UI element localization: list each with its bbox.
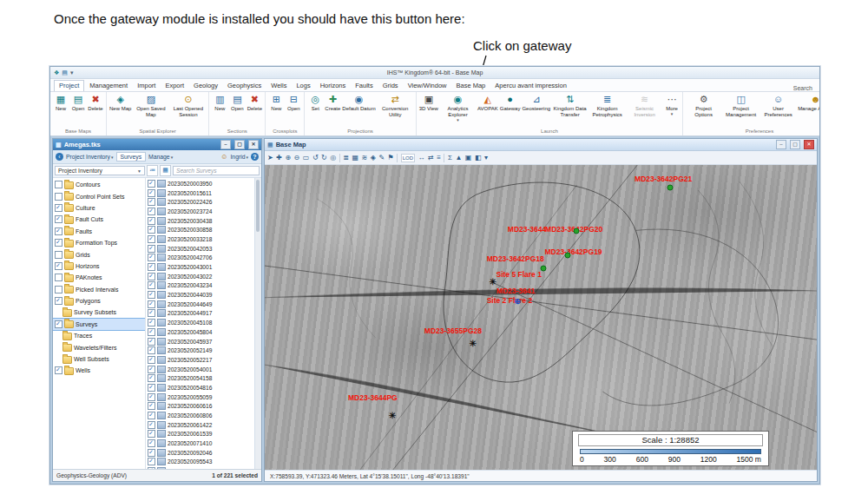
- checkbox[interactable]: [55, 286, 62, 293]
- tab-base-map[interactable]: Base Map: [452, 81, 490, 91]
- snapshot-icon[interactable]: ▣: [465, 152, 472, 163]
- checkbox[interactable]: [55, 204, 62, 212]
- panel-minimize-button[interactable]: –: [220, 140, 231, 149]
- zoom-in-icon[interactable]: ⊕: [285, 152, 291, 163]
- new-button[interactable]: ⊞New: [267, 93, 285, 128]
- checkbox[interactable]: [55, 181, 62, 188]
- survey-row[interactable]: 20230520043022: [146, 272, 254, 281]
- tree-item-survey-subsets[interactable]: Survey Subsets: [53, 307, 145, 318]
- checkbox[interactable]: [148, 402, 155, 410]
- checkbox[interactable]: [55, 366, 62, 374]
- zoom-window-icon[interactable]: ▭: [303, 152, 310, 163]
- layers-icon[interactable]: ≣: [343, 152, 349, 163]
- checkbox[interactable]: [55, 262, 62, 270]
- profile-icon[interactable]: Σ: [448, 152, 452, 163]
- inventory-dropdown[interactable]: Project Inventory ▼: [55, 166, 145, 175]
- flag-icon[interactable]: ⚑: [388, 152, 394, 163]
- open-button[interactable]: ▤Open: [228, 93, 246, 128]
- seismic-inversion-button[interactable]: ≋Seismic Inversion: [626, 93, 663, 128]
- checkbox[interactable]: [148, 180, 155, 188]
- checkbox[interactable]: [148, 374, 155, 382]
- checkbox[interactable]: [148, 189, 155, 197]
- tab-logs[interactable]: Logs: [292, 81, 314, 91]
- overlay-icon[interactable]: ◧: [475, 152, 482, 163]
- north-arrow-icon[interactable]: ▲: [455, 152, 462, 163]
- survey-row[interactable]: 20230520054001: [146, 365, 254, 374]
- checkbox[interactable]: [148, 356, 155, 364]
- panel-close-button[interactable]: ✕: [248, 140, 259, 149]
- qat-menu-icon[interactable]: ▾: [70, 67, 74, 78]
- last-opened-session-button[interactable]: ⊙Last Opened Session: [169, 93, 207, 128]
- symbols-icon[interactable]: ◈: [371, 152, 376, 163]
- survey-row[interactable]: 20230520045804: [146, 327, 254, 337]
- manage-menu[interactable]: Manage ▾: [148, 154, 173, 160]
- new-map-button[interactable]: ◈New Map: [108, 93, 132, 128]
- checkbox[interactable]: [148, 281, 155, 289]
- select-arrow-icon[interactable]: ➤: [267, 152, 273, 163]
- contours-icon[interactable]: ≋: [362, 152, 368, 163]
- inventory-menu[interactable]: Project Inventory ▾: [66, 154, 114, 160]
- checkbox[interactable]: [148, 338, 155, 346]
- checkbox[interactable]: [148, 412, 155, 419]
- tree-item-control-point-sets[interactable]: Control Point Sets: [53, 190, 145, 201]
- tree-item-wells[interactable]: Wells: [53, 365, 145, 376]
- survey-row[interactable]: 20230520052217: [146, 355, 254, 365]
- survey-list-scrollbar[interactable]: [254, 178, 261, 469]
- tab-horizons[interactable]: Horizons: [316, 81, 351, 91]
- map-minimize-button[interactable]: –: [776, 140, 786, 149]
- checkbox[interactable]: [148, 458, 155, 465]
- checkbox[interactable]: [148, 393, 155, 401]
- tab-faults[interactable]: Faults: [351, 81, 377, 91]
- checkbox[interactable]: [148, 217, 155, 225]
- survey-row[interactable]: 20230520042706: [146, 254, 254, 263]
- tab-grids[interactable]: Grids: [378, 81, 403, 91]
- checkbox[interactable]: [148, 309, 155, 317]
- checkbox[interactable]: [55, 274, 62, 281]
- checkbox[interactable]: [148, 319, 155, 326]
- survey-row[interactable]: 20230520060806: [146, 411, 254, 420]
- checkbox[interactable]: [148, 430, 155, 438]
- survey-row[interactable]: 20230520055059: [146, 392, 254, 402]
- survey-row[interactable]: 20230520030438: [146, 216, 254, 226]
- map-canvas[interactable]: Scale : 1:28852 030060090012001500 m MD2…: [265, 165, 817, 470]
- survey-row[interactable]: 20230520042053: [146, 244, 254, 254]
- survey-row[interactable]: 20230520061539: [146, 430, 254, 439]
- filter-button[interactable]: ▦: [160, 165, 171, 176]
- tree-item-faults[interactable]: Faults: [53, 226, 145, 237]
- tree-item-formation-tops[interactable]: Formation Tops: [53, 237, 145, 248]
- tab-wells[interactable]: Wells: [266, 81, 291, 91]
- 3d-view-button[interactable]: ▣3D View: [418, 93, 439, 128]
- map-close-button[interactable]: ✕: [804, 140, 814, 149]
- open-button[interactable]: ▤Open: [69, 93, 87, 128]
- tab-import[interactable]: Import: [133, 81, 160, 91]
- checkbox[interactable]: [148, 467, 155, 469]
- avopak-button[interactable]: ◭AVOPAK: [477, 93, 499, 128]
- survey-row[interactable]: 20230520033218: [146, 234, 254, 244]
- survey-row[interactable]: 20230520044039: [146, 290, 254, 300]
- survey-row[interactable]: 20230520003950: [146, 179, 254, 188]
- search-label[interactable]: Search: [793, 85, 819, 91]
- checkbox[interactable]: [148, 198, 155, 206]
- settings-icon[interactable]: ≡: [437, 152, 441, 163]
- zoom-previous-icon[interactable]: ↺: [312, 152, 319, 163]
- checkbox[interactable]: [148, 421, 155, 429]
- tree-item-wavelets-filters[interactable]: Wavelets/Filters: [53, 341, 145, 353]
- measure-icon[interactable]: ↔: [418, 152, 425, 163]
- tab-view-window[interactable]: View/Window: [404, 81, 451, 91]
- lod-button[interactable]: LOD: [401, 154, 415, 162]
- tree-item-contours[interactable]: Contours: [53, 179, 145, 190]
- create-button[interactable]: ✚Create: [324, 93, 341, 128]
- tree-item-fault-cuts[interactable]: Fault Cuts: [53, 214, 145, 225]
- tree-item-culture[interactable]: Culture: [53, 202, 145, 214]
- tree-item-surveys[interactable]: Surveys: [53, 319, 145, 330]
- checkbox[interactable]: [148, 439, 155, 447]
- user-preferences-button[interactable]: ☺User Preferences: [760, 93, 797, 128]
- conversion-utility-button[interactable]: ⇄Conversion Utility: [377, 93, 414, 128]
- user-menu[interactable]: Ingrid ▾: [230, 154, 248, 160]
- annotate-icon[interactable]: ✎: [378, 152, 385, 163]
- checkbox[interactable]: [148, 346, 155, 354]
- checkbox[interactable]: [55, 297, 62, 305]
- project-options-button[interactable]: ⚙Project Options: [685, 93, 722, 128]
- survey-row[interactable]: 20230520044917: [146, 309, 254, 319]
- survey-row[interactable]: 20230520092046: [146, 448, 254, 458]
